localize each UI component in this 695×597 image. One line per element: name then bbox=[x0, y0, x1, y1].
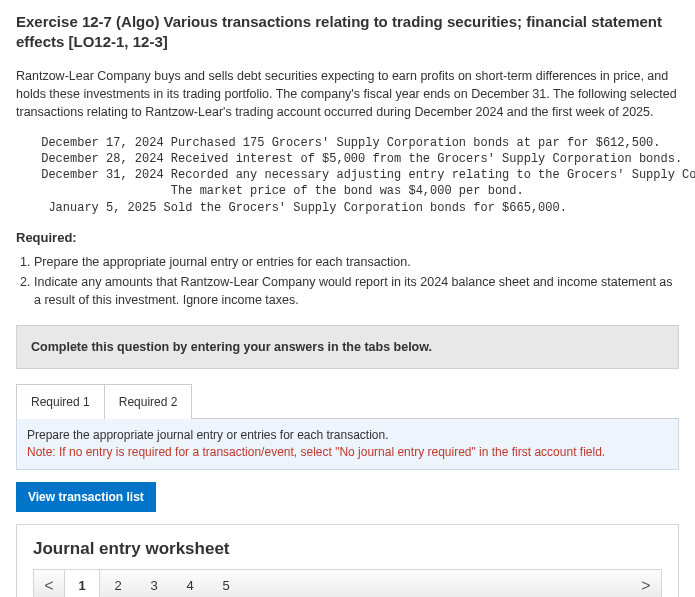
instruction-main: Prepare the appropriate journal entry or… bbox=[27, 428, 389, 442]
stepper-prev-icon[interactable]: < bbox=[34, 570, 64, 597]
stepper-step-2[interactable]: 2 bbox=[100, 570, 136, 597]
view-transaction-list-button[interactable]: View transaction list bbox=[16, 482, 156, 512]
stepper-step-4[interactable]: 4 bbox=[172, 570, 208, 597]
requirement-2: Indicate any amounts that Rantzow-Lear C… bbox=[34, 273, 679, 309]
stepper-next-icon[interactable]: > bbox=[631, 570, 661, 597]
requirement-1: Prepare the appropriate journal entry or… bbox=[34, 253, 679, 271]
required-heading: Required: bbox=[16, 230, 679, 245]
answer-tabs: Required 1 Required 2 bbox=[16, 383, 679, 419]
intro-paragraph: Rantzow-Lear Company buys and sells debt… bbox=[16, 67, 679, 121]
tab-required-2[interactable]: Required 2 bbox=[104, 384, 193, 419]
stepper-step-1[interactable]: 1 bbox=[64, 570, 100, 597]
tab-instruction: Prepare the appropriate journal entry or… bbox=[16, 419, 679, 470]
stepper-step-3[interactable]: 3 bbox=[136, 570, 172, 597]
exercise-title: Exercise 12-7 (Algo) Various transaction… bbox=[16, 12, 679, 53]
requirements-list: Prepare the appropriate journal entry or… bbox=[34, 253, 679, 309]
complete-instruction-bar: Complete this question by entering your … bbox=[16, 325, 679, 369]
worksheet-stepper: < 1 2 3 4 5 > bbox=[33, 569, 662, 597]
journal-worksheet: Journal entry worksheet < 1 2 3 4 5 > bbox=[16, 524, 679, 597]
worksheet-title: Journal entry worksheet bbox=[33, 539, 662, 559]
tab-required-1[interactable]: Required 1 bbox=[16, 384, 105, 419]
transactions-listing: December 17, 2024 Purchased 175 Grocers'… bbox=[34, 135, 679, 216]
instruction-note: Note: If no entry is required for a tran… bbox=[27, 445, 605, 459]
stepper-step-5[interactable]: 5 bbox=[208, 570, 244, 597]
